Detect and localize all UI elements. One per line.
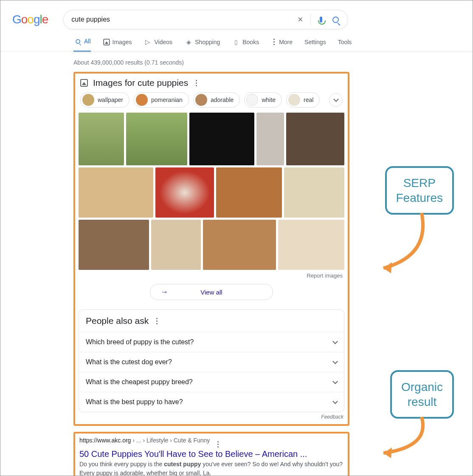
chip-wallpaper[interactable]: wallpaper	[80, 92, 130, 108]
chevron-down-icon	[332, 359, 338, 364]
tools-link[interactable]: Tools	[338, 39, 352, 51]
mic-icon[interactable]	[317, 15, 325, 24]
image-icon	[103, 39, 110, 45]
chevron-down-icon	[332, 399, 338, 404]
kebab-icon[interactable]	[193, 80, 199, 86]
video-icon: ▷	[144, 38, 152, 46]
search-input[interactable]	[71, 16, 296, 23]
report-images-link[interactable]: Report images	[79, 272, 343, 279]
more-chips-button[interactable]	[329, 93, 343, 107]
result-stats: About 439,000,000 results (0.71 seconds)	[73, 59, 473, 66]
google-logo[interactable]: Google	[12, 13, 48, 26]
image-thumbnail[interactable]	[256, 113, 284, 165]
image-thumbnail[interactable]	[151, 220, 201, 270]
settings-link[interactable]: Settings	[304, 39, 326, 51]
paa-question[interactable]: What is the cutest dog ever?	[79, 352, 344, 372]
image-thumbnail[interactable]	[189, 113, 254, 165]
arrow-right-icon: →	[160, 288, 168, 297]
image-thumbnail[interactable]	[284, 167, 344, 218]
image-thumbnail[interactable]	[79, 113, 124, 165]
tab-shopping[interactable]: ◈Shopping	[184, 38, 220, 51]
chevron-down-icon	[333, 96, 339, 102]
result-snippet: Do you think every puppy is the cutest p…	[79, 460, 343, 476]
image-thumbnail[interactable]	[203, 220, 276, 270]
chip-pomeranian[interactable]: pomeranian	[134, 92, 189, 108]
image-thumbnail[interactable]	[126, 113, 187, 165]
feedback-link[interactable]: Feedback	[79, 414, 343, 420]
chip-white[interactable]: white	[244, 92, 282, 108]
kebab-icon[interactable]	[215, 441, 221, 448]
clear-icon[interactable]: ×	[296, 15, 304, 24]
svg-marker-0	[383, 262, 392, 273]
tab-images[interactable]: Images	[103, 38, 132, 51]
callout-serp-features: SERPFeatures	[385, 166, 454, 215]
svg-marker-1	[383, 448, 392, 458]
divider	[310, 14, 311, 25]
image-thumbnail[interactable]	[79, 167, 153, 218]
chip-adorable[interactable]: adorable	[193, 92, 240, 108]
result-url[interactable]: https://www.akc.org › ... › Lifestyle › …	[79, 437, 343, 448]
callout-organic-result: Organicresult	[390, 370, 454, 419]
search-small-icon	[73, 37, 82, 45]
book-icon: ▯	[232, 38, 240, 46]
image-thumbnail[interactable]	[155, 167, 214, 218]
image-thumbnail[interactable]	[278, 220, 344, 270]
search-icon[interactable]	[331, 15, 340, 24]
paa-heading: People also ask	[86, 316, 149, 326]
paa-question[interactable]: What is the cheapest puppy breed?	[79, 372, 344, 392]
tab-books[interactable]: ▯Books	[232, 38, 259, 51]
image-icon	[80, 79, 88, 87]
chevron-down-icon	[332, 379, 338, 384]
view-all-button[interactable]: → View all	[150, 284, 273, 300]
paa-question[interactable]: Which breed of puppy is the cutest?	[79, 332, 344, 352]
chevron-down-icon	[332, 339, 338, 344]
search-bar: ×	[63, 10, 348, 29]
callout-arrow	[371, 413, 456, 464]
search-tabs: All Images ▷Videos ◈Shopping ▯Books More…	[73, 37, 473, 52]
image-thumbnail[interactable]	[286, 113, 345, 165]
image-thumbnail[interactable]	[79, 220, 149, 270]
serp-features-box: Images for cute puppies wallpaper pomera…	[73, 72, 349, 426]
tab-all[interactable]: All	[73, 37, 91, 52]
images-heading[interactable]: Images for cute puppies	[93, 78, 188, 88]
tab-more[interactable]: More	[271, 39, 293, 51]
kebab-icon[interactable]	[154, 318, 160, 324]
tab-videos[interactable]: ▷Videos	[144, 38, 172, 51]
paa-question[interactable]: What is the best puppy to have?	[79, 392, 344, 412]
people-also-ask: People also ask Which breed of puppy is …	[79, 309, 344, 412]
more-icon	[271, 39, 277, 45]
chip-real[interactable]: real	[286, 92, 320, 108]
tag-icon: ◈	[184, 38, 193, 46]
callout-arrow	[371, 209, 456, 281]
image-thumbnail[interactable]	[216, 167, 282, 218]
result-title[interactable]: 50 Cute Puppies You'll Have to See to Be…	[79, 449, 343, 459]
organic-result-box: https://www.akc.org › ... › Lifestyle › …	[73, 432, 349, 476]
